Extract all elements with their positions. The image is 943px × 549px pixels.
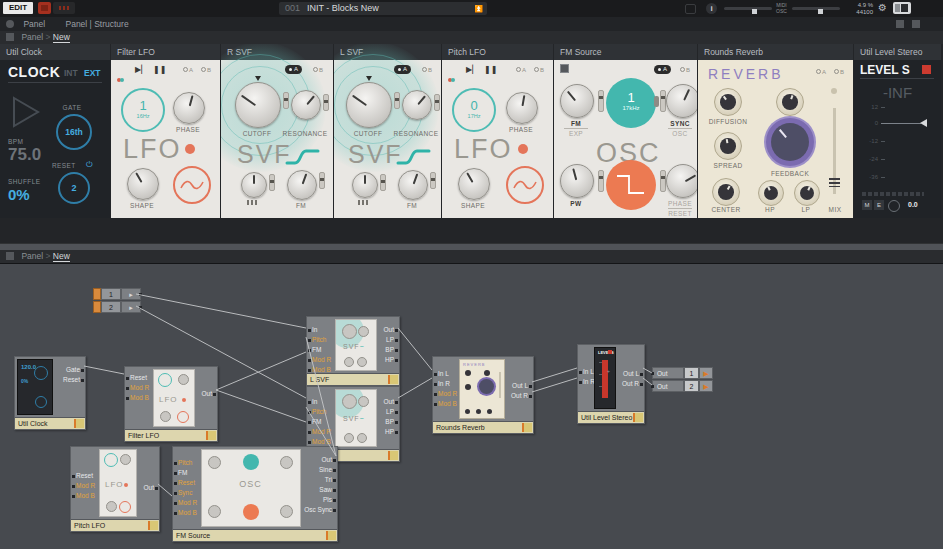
module-properties-icon[interactable] [633, 413, 643, 422]
lp-knob[interactable] [794, 180, 820, 206]
pause-icon[interactable]: ❚❚ [484, 65, 497, 74]
mute-button[interactable]: M [862, 200, 872, 210]
snapshot-b-toggle[interactable]: B [201, 67, 211, 73]
gear-icon[interactable]: ⚙ [878, 2, 887, 13]
title-spinner-icon[interactable]: ⏫ [474, 2, 483, 15]
module-properties-icon[interactable] [206, 431, 216, 440]
inport-mod-r[interactable]: Mod R [433, 389, 457, 399]
play-icon[interactable]: ▶▏ [135, 65, 147, 74]
snapshot-b-toggle[interactable]: B [422, 67, 432, 73]
outport-bp[interactable]: BP [379, 417, 399, 427]
filter-curve-icon[interactable] [396, 146, 432, 168]
block-header[interactable]: Util Level Stereo [854, 44, 941, 60]
mode-knob[interactable] [241, 172, 267, 198]
edit-button[interactable]: EDIT [3, 2, 33, 14]
fm-knob[interactable] [560, 84, 594, 118]
input-row-2[interactable]: 2 ▸ [93, 301, 141, 313]
inport-in-l[interactable]: In L [433, 369, 457, 379]
wave-selector[interactable] [606, 160, 656, 210]
snapshot-b-toggle[interactable]: B [534, 67, 544, 73]
phase-knob[interactable] [173, 92, 205, 124]
breadcrumb-current[interactable]: New [53, 251, 70, 262]
pw-knob[interactable] [560, 164, 594, 198]
block-header[interactable]: Util Clock [0, 44, 110, 60]
layout-a-icon[interactable] [896, 20, 904, 28]
shape-knob[interactable] [127, 168, 159, 200]
outport-reset[interactable]: Reset [55, 375, 85, 385]
inport-fm[interactable]: FM [173, 468, 199, 478]
filter-curve-icon[interactable] [285, 146, 321, 168]
outport-out[interactable]: Out [197, 389, 217, 399]
clock-int-toggle[interactable]: INT [64, 68, 78, 78]
input-port-icon[interactable]: ▸ [121, 288, 141, 300]
inport-reset[interactable]: Reset [125, 373, 151, 383]
clock-ext-toggle[interactable]: EXT [84, 68, 101, 78]
volume-slider[interactable] [724, 7, 772, 10]
fm-mod-slider[interactable] [598, 90, 604, 112]
inport-mod-b[interactable]: Mod B [433, 399, 457, 409]
rate-knob[interactable]: 1 16Hz [121, 88, 165, 132]
mix-slider[interactable] [833, 108, 836, 194]
output-row-2[interactable]: Out 2 ▶ [652, 380, 713, 392]
cutoff-knob[interactable] [235, 82, 281, 128]
phase-knob[interactable] [666, 164, 697, 198]
breadcrumb-current[interactable]: New [53, 32, 70, 43]
sync-knob[interactable] [666, 84, 697, 118]
panel-layout-toggle-icon[interactable] [893, 2, 911, 14]
diffusion-knob[interactable] [714, 88, 742, 116]
inport-mod-b[interactable]: Mod B [125, 393, 151, 403]
inport-fm[interactable]: FM [307, 417, 333, 427]
block-header[interactable]: Pitch LFO [442, 44, 553, 60]
inport-in-r[interactable]: In R [578, 377, 592, 387]
outport-out[interactable]: Out [139, 483, 159, 493]
breadcrumb-root[interactable]: Panel [21, 32, 43, 42]
fader-handle[interactable] [920, 119, 927, 127]
input-port-icon[interactable]: ▸ [121, 301, 141, 313]
inport-fm[interactable]: FM [307, 345, 333, 355]
module-properties-icon[interactable] [74, 419, 84, 428]
cutoff-mod-slider[interactable] [394, 92, 400, 109]
module-properties-icon[interactable] [148, 521, 158, 530]
ext-button[interactable]: E [874, 200, 884, 210]
snapshot-b-toggle[interactable]: B [834, 69, 844, 75]
waveform-selector[interactable] [506, 166, 544, 204]
connect-icon[interactable] [685, 4, 696, 14]
output-row-1[interactable]: Out 1 ▶ [652, 367, 713, 379]
gain-value[interactable]: 0.0 [908, 201, 918, 208]
play-icon[interactable]: ▶▏ [466, 65, 478, 74]
inport-sync[interactable]: Sync [173, 488, 199, 498]
tab-panel-structure[interactable]: Panel | Structure [66, 19, 129, 29]
module-label[interactable]: FM Source [173, 529, 337, 541]
structure-module-l-svf[interactable]: InPitchFMMod RMod B SVF~ OutLPBPHPL SVF [306, 316, 400, 386]
module-label[interactable]: Rounds Reverb [433, 421, 533, 433]
breadcrumb-root[interactable]: Panel [21, 251, 43, 261]
cutoff-knob[interactable] [346, 82, 392, 128]
outport-lp[interactable]: LP [379, 407, 399, 417]
info-icon[interactable]: i [706, 3, 717, 14]
structure-module-util-clock[interactable]: 120.0 0% GateResetUtil Clock [14, 356, 86, 430]
structure-module-rounds-reverb[interactable]: In LIn RMod RMod BREVERB Out LOut RRound… [432, 356, 534, 434]
output-label[interactable]: Out [652, 367, 684, 379]
block-header[interactable]: Rounds Reverb [698, 44, 853, 60]
mod-targets-icon[interactable] [117, 68, 124, 86]
snapshot-a-toggle[interactable]: A [183, 67, 193, 73]
module-properties-icon[interactable] [326, 531, 336, 540]
inport-in-l[interactable]: In L [578, 367, 592, 377]
inport-mod-r[interactable]: Mod R [125, 383, 151, 393]
structure-module-filter-lfo[interactable]: ResetMod RMod B LFO OutFilter LFO [124, 366, 218, 442]
input-row-1[interactable]: 1 ▸ [93, 288, 141, 300]
inport-mod-r[interactable]: Mod R [307, 427, 333, 437]
inport-in-r[interactable]: In R [433, 379, 457, 389]
outport-out-l[interactable]: Out L [507, 381, 533, 391]
hp-knob[interactable] [758, 180, 784, 206]
tab-panel[interactable]: Panel [23, 19, 45, 29]
inport-mod-r[interactable]: Mod R [173, 498, 199, 508]
center-knob[interactable] [712, 178, 740, 206]
outport-lp[interactable]: LP [379, 335, 399, 345]
power-icon[interactable]: ⏻ [86, 160, 92, 170]
outport-out[interactable]: Out [303, 455, 337, 465]
ensemble-title-bar[interactable]: 001 INIT - Blocks New ⏫ [279, 2, 487, 15]
inport-reset[interactable]: Reset [71, 471, 97, 481]
home-icon[interactable] [6, 252, 14, 260]
structure-canvas[interactable]: 1 ▸ 2 ▸ Out 1 ▶ Out 2 ▶ 120.0 [0, 264, 943, 549]
